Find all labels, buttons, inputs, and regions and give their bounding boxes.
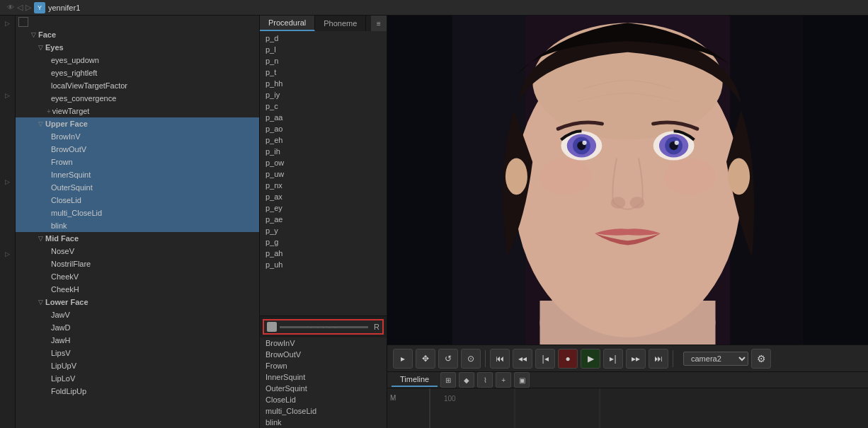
record-btn[interactable]: ● — [558, 349, 578, 369]
tree-item-lipupv[interactable]: LipUpV — [16, 359, 259, 372]
tree-item-eyes-convergence[interactable]: eyes_convergence — [16, 92, 259, 105]
tree-item-nosev[interactable]: NoseV — [16, 245, 259, 258]
rewind-btn[interactable]: ⏮ — [490, 349, 510, 369]
expanded-multicloselid[interactable]: multi_CloseLid — [260, 405, 387, 417]
tree-checkbox-row[interactable] — [16, 16, 259, 28]
phoneme-p_y[interactable]: p_y — [260, 225, 387, 236]
tree-item-browOutV[interactable]: BrowOutV — [16, 143, 259, 156]
phoneme-p_c[interactable]: p_c — [260, 100, 387, 112]
sidebar-toggle-3[interactable]: ▷ — [3, 177, 13, 187]
phoneme-p_ax[interactable]: p_ax — [260, 191, 387, 202]
tree-item-frown[interactable]: Frown — [16, 156, 259, 168]
tab-procedural[interactable]: Procedural — [260, 16, 315, 31]
expanded-frown[interactable]: Frown — [260, 360, 387, 371]
expanded-browInV[interactable]: BrowInV — [260, 337, 387, 349]
slider-r: R — [374, 323, 379, 331]
app-icon: Y — [34, 2, 45, 13]
tree-item-foldlipup[interactable]: FoldLipUp — [16, 385, 259, 398]
fwd-btn[interactable]: ▸▸ — [626, 349, 646, 369]
svg-point-18 — [630, 197, 645, 209]
tree-item-jawd[interactable]: JawD — [16, 321, 259, 334]
tab-phoneme[interactable]: Phoneme — [315, 16, 366, 31]
timeline-header: Timeline ⊞ ◆ ⌇ + ▣ — [387, 372, 868, 388]
expanded-browOutV[interactable]: BrowOutV — [260, 349, 387, 360]
viewport[interactable] — [387, 16, 868, 345]
tree-item-browInV[interactable]: BrowInV — [16, 130, 259, 143]
sidebar-toggle-4[interactable]: ▷ — [3, 249, 13, 259]
slider-handle[interactable] — [267, 322, 277, 332]
tree-item-innersquint[interactable]: InnerSquint — [16, 168, 259, 181]
phoneme-p_l[interactable]: p_l — [260, 44, 387, 55]
phoneme-p_eh[interactable]: p_eh — [260, 134, 387, 146]
snap-tool-btn[interactable]: ⊙ — [461, 349, 481, 369]
phoneme-p_uh[interactable]: p_uh — [260, 259, 387, 270]
tree-item-viewtarget[interactable]: + viewTarget — [16, 105, 259, 117]
phoneme-p_ow[interactable]: p_ow — [260, 157, 387, 168]
tree-item-nostrilflare[interactable]: NostrilFlare — [16, 258, 259, 270]
step-back-btn[interactable]: |◂ — [535, 349, 555, 369]
end-btn[interactable]: ⏭ — [649, 349, 668, 369]
phoneme-p_nx[interactable]: p_nx — [260, 180, 387, 191]
tabs-icon-btn[interactable]: ≡ — [371, 16, 387, 31]
phoneme-p_uw[interactable]: p_uw — [260, 168, 387, 180]
select-tool-btn[interactable]: ▸ — [393, 349, 413, 369]
tab-timeline[interactable]: Timeline — [392, 373, 438, 387]
expanded-outersquint[interactable]: OuterSquint — [260, 383, 387, 394]
sidebar-toggle-2[interactable]: ▷ — [3, 91, 13, 100]
step-fwd-btn[interactable]: ▸| — [603, 349, 623, 369]
phoneme-p_g[interactable]: p_g — [260, 236, 387, 248]
tree-group-midface[interactable]: ▽ Mid Face — [16, 232, 259, 245]
phoneme-p_ao[interactable]: p_ao — [260, 123, 387, 134]
timeline-tool-curve[interactable]: ⌇ — [477, 372, 493, 388]
expanded-closelid[interactable]: CloseLid — [260, 394, 387, 405]
timeline-tool-key[interactable]: ◆ — [459, 372, 474, 388]
timeline-tool-box[interactable]: ▣ — [514, 372, 530, 388]
tree-item-eyes-updown[interactable]: eyes_updown — [16, 54, 259, 66]
tree-item-blink[interactable]: blink — [16, 219, 259, 232]
tree-item-lipsv[interactable]: LipsV — [16, 347, 259, 359]
phoneme-p_n[interactable]: p_n — [260, 55, 387, 66]
phoneme-p_t[interactable]: p_t — [260, 66, 387, 78]
tree-item-eyes-rightleft[interactable]: eyes_rightleft — [16, 66, 259, 79]
tree-group-upperface[interactable]: ▽ Upper Face — [16, 117, 259, 130]
eyes-convergence-label: eyes_convergence — [51, 94, 116, 103]
phoneme-p_ih[interactable]: p_ih — [260, 146, 387, 157]
phoneme-p_iy[interactable]: p_iy — [260, 89, 387, 100]
phoneme-p_ey[interactable]: p_ey — [260, 202, 387, 214]
timeline-ruler[interactable]: M 100 — [387, 388, 868, 428]
tree-root-face[interactable]: ▽ Face — [16, 28, 259, 41]
tree-item-localview[interactable]: localViewTargetFactor — [16, 79, 259, 92]
expanded-innersquint[interactable]: InnerSquint — [260, 371, 387, 383]
tree-group-eyes[interactable]: ▽ Eyes — [16, 41, 259, 54]
phoneme-p_ae[interactable]: p_ae — [260, 214, 387, 225]
back-btn[interactable]: ◂◂ — [513, 349, 532, 369]
phoneme-p_ah[interactable]: p_ah — [260, 248, 387, 259]
eye-icon[interactable]: 👁 — [4, 3, 17, 13]
sidebar-toggle-1[interactable]: ▷ — [3, 18, 13, 28]
tree-item-multicloselid[interactable]: multi_CloseLid — [16, 207, 259, 219]
settings-btn[interactable]: ⚙ — [751, 349, 771, 369]
expanded-blink[interactable]: blink — [260, 417, 387, 428]
phoneme-p_aa[interactable]: p_aa — [260, 112, 387, 123]
phoneme-p_d[interactable]: p_d — [260, 33, 387, 44]
tree-group-lowerface[interactable]: ▽ Lower Face — [16, 296, 259, 308]
rotate-tool-btn[interactable]: ↺ — [438, 349, 458, 369]
camera-select[interactable]: camera2 camera1 Perspective — [683, 352, 748, 366]
play-btn[interactable]: ▶ — [581, 349, 600, 369]
tree-item-cheekv[interactable]: CheekV — [16, 270, 259, 283]
timeline-tool-add[interactable]: + — [496, 372, 511, 388]
tree-item-liplov[interactable]: LipLoV — [16, 372, 259, 385]
tree-item-cheekh[interactable]: CheekH — [16, 283, 259, 296]
tree-item-jawv[interactable]: JawV — [16, 308, 259, 321]
move-tool-btn[interactable]: ✥ — [416, 349, 435, 369]
top-bar: 👁 ◁ ▷ Y yennifer1 — [0, 0, 868, 16]
tree-item-jawh[interactable]: JawH — [16, 334, 259, 347]
foldlipup-label: FoldLipUp — [51, 387, 86, 395]
slider-track[interactable]: · · · · · — [280, 326, 368, 328]
checkbox[interactable] — [18, 17, 28, 27]
tree-item-outersquint[interactable]: OuterSquint — [16, 181, 259, 194]
phoneme-p_hh[interactable]: p_hh — [260, 78, 387, 89]
localview-label: localViewTargetFactor — [51, 81, 127, 90]
tree-item-closelid[interactable]: CloseLid — [16, 194, 259, 207]
timeline-tool-grid[interactable]: ⊞ — [440, 372, 456, 388]
